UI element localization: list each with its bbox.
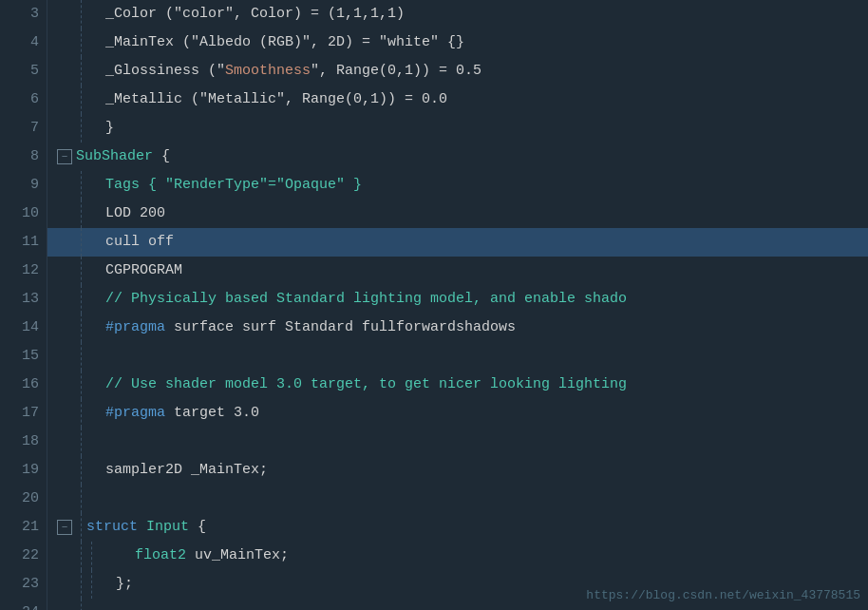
code-line-5: _Glossiness ("Smoothness", Range(0,1)) =… [47,57,868,86]
code-text-12: CGPROGRAM [105,257,182,285]
line-number-10: 10 [8,200,39,228]
line-number-23: 23 [8,570,39,599]
line-number-20: 20 [8,485,39,513]
scope-line-14 [81,314,82,342]
scope-line-7 [81,114,82,143]
line-number-12: 12 [8,257,39,285]
scope-line-22 [81,542,82,570]
scope-line-21 [81,513,82,542]
scope-line-10 [81,200,82,228]
code-text-3: _Color ("color", Color) = (1,1,1,1) [105,0,405,29]
code-line-13: // Physically based Standard lighting mo… [47,285,868,314]
line-number-21: 21 [8,513,39,542]
code-line-12: CGPROGRAM [47,257,868,285]
line-number-13: 13 [8,285,39,314]
code-text-9: Tags { "RenderType"="Opaque" } [105,171,362,200]
code-line-14: #pragma surface surf Standard fullforwar… [47,314,868,342]
code-text-6: _Metallic ("Metallic", Range(0,1)) = 0.0 [105,86,447,114]
code-line-4: _MainTex ("Albedo (RGB)", 2D) = "white" … [47,29,868,57]
scope-line-23 [81,570,82,599]
line-number-4: 4 [8,29,39,57]
code-line-18 [47,428,868,456]
line-number-9: 9 [8,171,39,200]
line-number-5: 5 [8,57,39,86]
scope-line-12 [81,257,82,285]
line-number-19: 19 [8,456,39,485]
scope-line-24 [81,599,82,610]
line-number-7: 7 [8,114,39,143]
line-number-22: 22 [8,542,39,570]
code-text-14: #pragma surface surf Standard fullforwar… [105,314,516,342]
code-text-17: #pragma target 3.0 [105,399,259,428]
code-text-16: // Use shader model 3.0 target, to get n… [105,371,627,399]
code-area: 345678910111213141516171819202122232425 … [0,0,868,610]
code-text-13: // Physically based Standard lighting mo… [105,285,627,314]
code-line-15 [47,342,868,371]
code-text-23: }; [116,570,133,599]
line-number-15: 15 [8,342,39,371]
scope-line-11 [81,228,82,257]
code-text-21: struct Input { [86,513,206,542]
line-number-8: 8 [8,143,39,171]
scope-line-13 [81,285,82,314]
code-text-22: float2 uv_MainTex; [135,542,289,570]
code-text-7: } [105,114,114,143]
scope-line-16 [81,371,82,399]
line-number-14: 14 [8,314,39,342]
watermark: https://blog.csdn.net/weixin_43778515 [586,588,860,602]
code-line-7: } [47,114,868,143]
line-number-24: 24 [8,599,39,610]
scope-line-15 [81,342,82,371]
code-line-22: float2 uv_MainTex; [47,542,868,570]
line-number-16: 16 [8,371,39,399]
code-line-16: // Use shader model 3.0 target, to get n… [47,371,868,399]
code-line-19: sampler2D _MainTex; [47,456,868,485]
code-text-11: cull off [105,228,174,257]
code-content[interactable]: _Color ("color", Color) = (1,1,1,1)_Main… [47,0,868,610]
scope-line-20 [81,485,82,513]
code-line-3: _Color ("color", Color) = (1,1,1,1) [47,0,868,29]
line-number-11: 11 [8,228,39,257]
code-line-6: _Metallic ("Metallic", Range(0,1)) = 0.0 [47,86,868,114]
scope-line-23 [91,570,92,599]
line-number-17: 17 [8,399,39,428]
line-number-6: 6 [8,86,39,114]
scope-line-4 [81,29,82,57]
code-line-11: cull off [47,228,868,257]
scope-line-3 [81,0,82,29]
scope-line-17 [81,399,82,428]
code-line-17: #pragma target 3.0 [47,399,868,428]
line-number-3: 3 [8,0,39,29]
scope-line-18 [81,428,82,456]
code-line-20 [47,485,868,513]
scope-line-19 [81,456,82,485]
code-text-4: _MainTex ("Albedo (RGB)", 2D) = "white" … [105,29,464,57]
code-text-10: LOD 200 [105,200,165,228]
line-numbers: 345678910111213141516171819202122232425 [0,0,47,610]
code-editor: 345678910111213141516171819202122232425 … [0,0,868,610]
code-line-10: LOD 200 [47,200,868,228]
scope-line-22 [91,542,92,570]
code-line-21: −struct Input { [47,513,868,542]
line-number-18: 18 [8,428,39,456]
code-text-5: _Glossiness ("Smoothness", Range(0,1)) =… [105,57,481,86]
code-line-8: −SubShader { [47,143,868,171]
code-text-8: SubShader { [76,143,170,171]
code-text-19: sampler2D _MainTex; [105,456,268,485]
scope-line-9 [81,171,82,200]
fold-icon-8[interactable]: − [57,149,72,164]
scope-line-5 [81,57,82,86]
fold-icon-21[interactable]: − [57,520,72,535]
scope-line-6 [81,86,82,114]
code-line-9: Tags { "RenderType"="Opaque" } [47,171,868,200]
